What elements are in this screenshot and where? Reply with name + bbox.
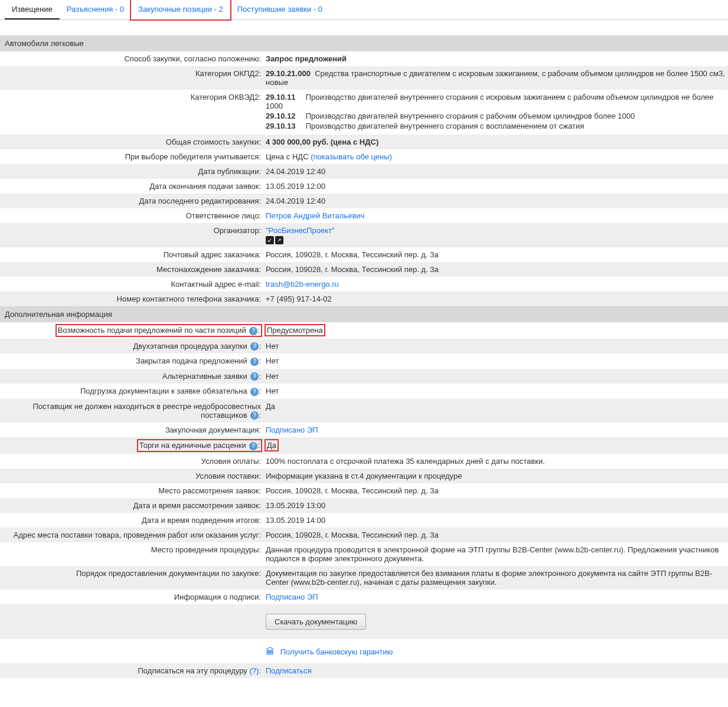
closed-value: Нет [263, 356, 728, 365]
responsible-label: Ответственное лицо: [0, 211, 263, 220]
phone-label: Номер контактного телефона заказчика: [0, 294, 263, 303]
help-icon[interactable]: ? [250, 358, 259, 366]
twostage-value: Нет [263, 342, 728, 351]
reviewplace-value: Россия, 109028, г. Москва, Тессинский пе… [263, 486, 728, 495]
enddate-value: 13.05.2019 12:00 [263, 182, 728, 191]
email-label: Контактный адрес e-mail: [0, 280, 263, 289]
unitprices-value: Да [267, 441, 276, 450]
lastedit-label: Дата последнего редактирования: [0, 197, 263, 205]
procdoc-label: Закупочная документация: [0, 425, 263, 434]
help-icon[interactable]: ? [250, 411, 259, 420]
deliveryaddr-value: Россия, 109028, г. Москва, Тессинский пе… [263, 531, 728, 539]
procplace-label: Место проведения процедуры: [0, 545, 263, 554]
closed-label: Закрытая подача предложений [136, 356, 247, 365]
bank-icon: 🏛 [266, 646, 275, 656]
payment-value: 100% постоплата с отсрочкой платежа 35 к… [263, 457, 728, 466]
payment-label: Условия оплаты: [0, 457, 263, 466]
deliveryaddr-label: Адрес места поставки товара, проведения … [0, 531, 263, 539]
docupload-label: Подгрузка документации к заявке обязател… [80, 387, 247, 395]
okpd-value: 29.10.21.000 Средства транспортные с дви… [263, 69, 728, 87]
help-icon[interactable]: ? [250, 342, 259, 351]
resultsdate-label: Дата и время подведения итогов: [0, 516, 263, 525]
unitprices-label-box: Торги на единичные расценки ?: [138, 440, 261, 451]
method-label: Способ закупки, согласно положению: [0, 54, 263, 63]
winner-value: Цена с НДС (показывать обе цены) [263, 152, 728, 161]
postaddr-label: Почтовый адрес заказчика: [0, 250, 263, 259]
email-link[interactable]: trash@b2b-energo.ru [263, 280, 728, 289]
winner-label: При выборе победителя учитывается: [0, 152, 263, 161]
partial-value-box: Предусмотрена [266, 325, 324, 335]
help-icon[interactable]: ? [250, 372, 259, 381]
partial-value: Предусмотрена [267, 326, 323, 335]
unitprices-value-box: Да [266, 440, 278, 450]
organizer-label: Организатор: [0, 226, 263, 235]
okved-value: 29.10.11 Производство двигателей внутрен… [263, 93, 728, 132]
method-value: Запрос предложений [263, 54, 728, 63]
unitprices-label: Торги на единичные расценки [139, 441, 246, 450]
help-icon[interactable]: ? [249, 327, 257, 335]
reviewdate-label: Дата и время рассмотрения заявок: [0, 501, 263, 510]
postaddr-value: Россия, 109028, г. Москва, Тессинский пе… [263, 250, 728, 259]
procdoc-link[interactable]: Подписано ЭП [263, 425, 728, 434]
signinfo-label: Информация о подписи: [0, 593, 263, 601]
expand-icon[interactable]: ↗ [275, 236, 283, 244]
winner-text: Цена с НДС [266, 152, 309, 161]
okved-text-1: Производство двигателей внутреннего сгор… [306, 112, 635, 120]
okpd-code: 29.10.21.000 [266, 69, 311, 78]
okpd-text: Средства транспортные с двигателем с иск… [266, 69, 725, 87]
partial-label: Возможность подачи предложений по части … [58, 326, 246, 335]
partial-label-box: Возможность подачи предложений по части … [57, 325, 261, 336]
delivery-label: Условия поставки: [0, 472, 263, 480]
tabs-bar: Извещение Разъяснения - 0 Закупочные поз… [0, 0, 728, 20]
pubdate-value: 24.04.2019 12:40 [263, 167, 728, 176]
docorder-value: Документация по закупке предоставляется … [263, 569, 728, 587]
delivery-value: Информация указана в ст.4 документации к… [263, 472, 728, 480]
pubdate-label: Дата публикации: [0, 167, 263, 176]
enddate-label: Дата окончания подачи заявок: [0, 182, 263, 191]
bank-guarantee-link[interactable]: Получить банковскую гарантию [280, 647, 393, 656]
total-label: Общая стоимость закупки: [0, 138, 263, 146]
responsible-link[interactable]: Петров Андрей Витальевич [263, 211, 728, 220]
help-icon[interactable]: ? [250, 388, 259, 396]
subscribe-label: Подписаться на эту процедуру [138, 666, 247, 675]
download-documentation-button[interactable]: Скачать документацию [266, 614, 366, 630]
reviewplace-label: Место рассмотрения заявок: [0, 486, 263, 495]
show-both-prices-link[interactable]: (показывать обе цены) [311, 152, 392, 161]
help-icon[interactable]: ? [249, 442, 257, 450]
lastedit-value: 24.04.2019 12:40 [263, 197, 728, 205]
location-label: Местонахождение заказчика: [0, 265, 263, 274]
bad-value: Да [263, 402, 728, 411]
location-value: Россия, 109028, г. Москва, Тессинский пе… [263, 265, 728, 274]
docupload-value: Нет [263, 387, 728, 395]
alt-value: Нет [263, 372, 728, 381]
okved-text-2: Производство двигателей внутреннего сгор… [306, 122, 585, 130]
resultsdate-value: 13.05.2019 14:00 [263, 516, 728, 525]
okved-code-0: 29.10.11 [266, 93, 303, 102]
tab-applications[interactable]: Поступившие заявки - 0 [230, 0, 329, 19]
reviewdate-value: 13.05.2019 13:00 [263, 501, 728, 510]
bad-label: Поставщик не должен находиться в реестре… [33, 402, 261, 420]
tab-positions[interactable]: Закупочные позиции - 2 [131, 0, 230, 19]
okved-text-0: Производство двигателей внутреннего сгор… [266, 93, 714, 110]
organizer-link[interactable]: "РосБизнесПроект" [266, 226, 335, 235]
okpd-label: Категория ОКПД2: [0, 69, 263, 78]
okved-code-1: 29.10.12 [266, 112, 303, 120]
total-value: 4 300 000,00 руб. (цена с НДС) [263, 138, 728, 146]
collapse-icon[interactable]: ↙ [266, 236, 274, 244]
procplace-value: Данная процедура проводится в электронно… [263, 545, 728, 563]
subscribe-link[interactable]: Подписаться [266, 666, 312, 675]
docorder-label: Порядок предоставления документации по з… [0, 569, 263, 578]
organizer-icons: ↙ ↗ [266, 236, 283, 244]
okved-code-2: 29.10.13 [266, 122, 303, 130]
tab-notice[interactable]: Извещение [5, 0, 60, 19]
okved-label: Категория ОКВЭД2: [0, 93, 263, 102]
section1-header: Автомобили легковые [0, 35, 728, 51]
subscribe-q[interactable]: (?): [250, 666, 262, 675]
alt-label: Альтернативные заявки [162, 372, 247, 381]
tab-clarifications[interactable]: Разъяснения - 0 [60, 0, 131, 19]
phone-value: +7 (495) 917-14-02 [263, 294, 728, 303]
signinfo-link[interactable]: Подписано ЭП [263, 593, 728, 601]
section2-header: Дополнительная информация [0, 306, 728, 322]
twostage-label: Двухэтапная процедура закупки [133, 342, 247, 351]
